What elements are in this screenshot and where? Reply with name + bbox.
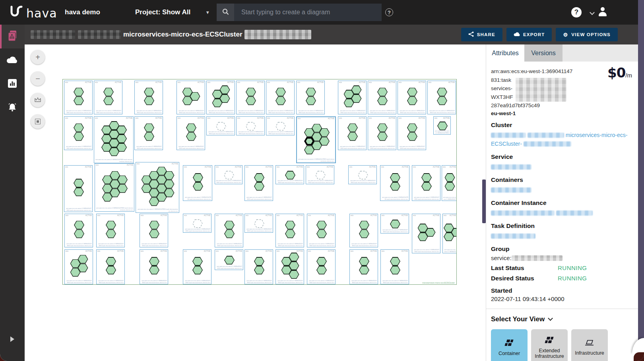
diagram-box[interactable]: ecsACTIVEarn:aws:ecs:eu-west-1:369041147… bbox=[94, 116, 134, 163]
diagram-box[interactable]: ecsACTIVEarn:aws:ecs:eu-west-1:369041147… bbox=[266, 81, 295, 114]
task-hexagon[interactable] bbox=[149, 221, 159, 230]
diagram-box[interactable]: ecsACTIVEarn:aws:ecs:eu-west-1:369041147… bbox=[380, 165, 409, 201]
cluster-link[interactable]: microservices-micro-ecs- ECSCluster- bbox=[491, 131, 633, 148]
task-hexagon[interactable] bbox=[390, 257, 400, 266]
task-hexagon[interactable] bbox=[144, 97, 154, 105]
diagram-box[interactable]: ecsACTIVEarn:aws:ecs:eu-west-1:369041147… bbox=[136, 162, 179, 213]
tab-attributes[interactable]: Attributes bbox=[486, 44, 524, 62]
fit-to-screen-button[interactable] bbox=[31, 93, 45, 107]
task-hexagon[interactable] bbox=[192, 266, 203, 274]
task-hexagon[interactable] bbox=[186, 132, 196, 141]
diagram-box[interactable]: ecsACTIVEarn:aws:ecs:eu-west-1:369041147… bbox=[368, 116, 396, 150]
zoom-in-button[interactable]: + bbox=[31, 50, 45, 64]
task-hexagon[interactable] bbox=[437, 122, 448, 130]
diagram-box[interactable]: ecsACTIVEarn:aws:ecs:eu-west-1:369041147… bbox=[183, 165, 212, 201]
task-hexagon[interactable] bbox=[149, 257, 159, 266]
diagram-box[interactable]: ecsACTIVEarn:aws:ecs:eu-west-1:369041147… bbox=[306, 165, 334, 184]
diagram-box[interactable]: ecsACTIVEarn:aws:ecs:eu-west-1:369041147… bbox=[296, 81, 325, 114]
project-dropdown[interactable]: Project: Show All ▾ bbox=[135, 8, 209, 16]
task-hexagon[interactable] bbox=[390, 173, 400, 182]
task-hexagon[interactable] bbox=[74, 179, 84, 187]
zoom-out-button[interactable]: − bbox=[31, 71, 45, 86]
tab-versions[interactable]: Versions bbox=[524, 44, 563, 62]
diagram-box[interactable]: ecsACTIVEarn:aws:ecs:eu-west-1:369041147… bbox=[140, 214, 168, 247]
diagram-box[interactable]: ecsACTIVEarn:aws:ecs:eu-west-1:369041147… bbox=[380, 249, 409, 284]
task-hexagon[interactable] bbox=[377, 124, 388, 132]
search-button[interactable] bbox=[217, 4, 234, 21]
task-hexagon[interactable] bbox=[407, 97, 417, 105]
task-hexagon[interactable] bbox=[421, 173, 432, 182]
diagram-box[interactable]: ecsACTIVEarn:aws:ecs:eu-west-1:369041147… bbox=[266, 116, 295, 135]
sidebar-expand-button[interactable] bbox=[0, 336, 25, 342]
task-hexagon[interactable] bbox=[74, 221, 84, 230]
task-hexagon[interactable] bbox=[103, 97, 114, 105]
diagram-box[interactable]: ecsACTIVEarn:aws:ecs:eu-west-1:369041147… bbox=[64, 165, 93, 212]
view-option-infrastructure[interactable]: Infrastructure bbox=[571, 329, 608, 361]
task-hexagon[interactable] bbox=[445, 182, 455, 191]
task-hexagon[interactable] bbox=[306, 88, 316, 97]
diagram-box[interactable]: ecsACTIVEarn:aws:ecs:eu-west-1:369041147… bbox=[307, 249, 336, 284]
account-chevron-icon[interactable] bbox=[590, 10, 595, 15]
diagram-box[interactable]: ecsACTIVEarn:aws:ecs:eu-west-1:369041147… bbox=[140, 249, 168, 284]
sidebar-item-reports[interactable] bbox=[0, 72, 25, 96]
diagram-box[interactable]: ecsACTIVEarn:aws:ecs:eu-west-1:369041147… bbox=[215, 165, 242, 184]
task-hexagon[interactable] bbox=[224, 230, 235, 238]
sidebar-item-alerts[interactable] bbox=[0, 96, 25, 120]
task-hexagon[interactable] bbox=[421, 182, 432, 191]
diagram-box[interactable]: ecsACTIVEarn:aws:ecs:eu-west-1:369041147… bbox=[380, 214, 409, 234]
diagram-box[interactable]: ecsACTIVEarn:aws:ecs:eu-west-1:369041147… bbox=[177, 116, 205, 150]
task-hexagon[interactable] bbox=[316, 230, 327, 238]
export-button[interactable]: EXPORT bbox=[506, 28, 552, 41]
task-hexagon[interactable] bbox=[254, 173, 264, 182]
task-hexagon[interactable] bbox=[149, 230, 159, 238]
diagram-box[interactable]: ecsACTIVEarn:aws:ecs:eu-west-1:369041147… bbox=[94, 81, 122, 114]
diagram-box[interactable]: ecsACTIVEarn:aws:ecs:eu-west-1:369041147… bbox=[368, 81, 396, 114]
task-hexagon[interactable] bbox=[193, 173, 203, 182]
diagram-box[interactable]: ecsACTIVEarn:aws:ecs:eu-west-1:369041147… bbox=[442, 214, 457, 253]
task-hexagon[interactable] bbox=[224, 256, 235, 264]
diagram-box[interactable]: ecsACTIVEarn:aws:ecs:eu-west-1:369041147… bbox=[96, 249, 125, 284]
diagram-box[interactable]: ecsACTIVEarn:aws:ecs:eu-west-1:369041147… bbox=[349, 249, 378, 284]
diagram-box[interactable]: ecsACTIVEarn:aws:ecs:eu-west-1:369041147… bbox=[64, 81, 93, 114]
task-hexagon[interactable] bbox=[275, 88, 286, 97]
diagram-box[interactable]: ecsACTIVEarn:aws:ecs:eu-west-1:369041147… bbox=[244, 249, 273, 284]
task-hexagon[interactable] bbox=[437, 88, 447, 97]
diagram-box[interactable]: ecsACTIVEarn:aws:ecs:eu-west-1:369041147… bbox=[134, 116, 163, 150]
task-hexagon[interactable] bbox=[285, 230, 295, 238]
task-hexagon[interactable] bbox=[246, 97, 256, 105]
task-hexagon[interactable] bbox=[407, 88, 417, 97]
search-input[interactable] bbox=[234, 4, 382, 21]
diagram-box[interactable]: ecsACTIVEarn:aws:ecs:eu-west-1:369041147… bbox=[338, 116, 367, 150]
diagram-box[interactable]: ecsACTIVEarn:aws:ecs:eu-west-1:369041147… bbox=[64, 249, 93, 284]
task-hexagon[interactable] bbox=[254, 257, 264, 266]
task-hexagon[interactable] bbox=[106, 257, 116, 266]
center-view-button[interactable] bbox=[31, 114, 45, 129]
task-hexagon[interactable] bbox=[445, 173, 455, 182]
diagram-box[interactable]: ecsACTIVEarn:aws:ecs:eu-west-1:369041147… bbox=[412, 214, 440, 253]
diagram-box[interactable]: ecsACTIVEarn:aws:ecs:eu-west-1:369041147… bbox=[296, 116, 336, 163]
diagram-box[interactable]: ecsACTIVEarn:aws:ecs:eu-west-1:369041147… bbox=[442, 165, 457, 201]
task-hexagon[interactable] bbox=[377, 97, 388, 105]
task-hexagon[interactable] bbox=[106, 230, 116, 238]
task-hexagon[interactable] bbox=[103, 88, 114, 97]
diagram-box[interactable]: ecsACTIVEarn:aws:ecs:eu-west-1:369041147… bbox=[307, 214, 336, 247]
diagram-box[interactable]: ecsACTIVEarn:aws:ecs:eu-west-1:369041147… bbox=[338, 81, 367, 114]
diagram-box[interactable]: ecsACTIVEarn:aws:ecs:eu-west-1:369041147… bbox=[206, 81, 235, 114]
view-options-button[interactable]: ⚙ VIEW OPTIONS bbox=[556, 28, 618, 41]
task-hexagon[interactable] bbox=[316, 257, 327, 266]
diagram-box[interactable]: ecsACTIVEarn:aws:ecs:eu-west-1:369041147… bbox=[398, 116, 426, 150]
task-hexagon[interactable] bbox=[74, 88, 84, 97]
view-option-container[interactable]: Container bbox=[491, 329, 528, 361]
diagram-box[interactable]: ecsACTIVEarn:aws:ecs:eu-west-1:369041147… bbox=[64, 214, 93, 247]
task-definition-link[interactable] bbox=[491, 232, 633, 240]
container-instance-link[interactable] bbox=[491, 208, 633, 217]
diagram-box[interactable]: ecsACTIVEarn:aws:ecs:eu-west-1:369041147… bbox=[96, 214, 125, 247]
page-scrollbar[interactable] bbox=[638, 0, 644, 361]
task-hexagon[interactable] bbox=[285, 171, 295, 180]
task-hexagon[interactable] bbox=[74, 132, 84, 141]
task-hexagon[interactable] bbox=[390, 266, 400, 274]
diagram-box[interactable]: ecsACTIVEarn:aws:ecs:eu-west-1:369041147… bbox=[244, 165, 273, 201]
containers-link[interactable] bbox=[491, 185, 633, 194]
diagram-box[interactable]: ecsACTIVEarn:aws:ecs:eu-west-1:369041147… bbox=[275, 214, 304, 247]
task-hexagon[interactable] bbox=[144, 132, 154, 141]
